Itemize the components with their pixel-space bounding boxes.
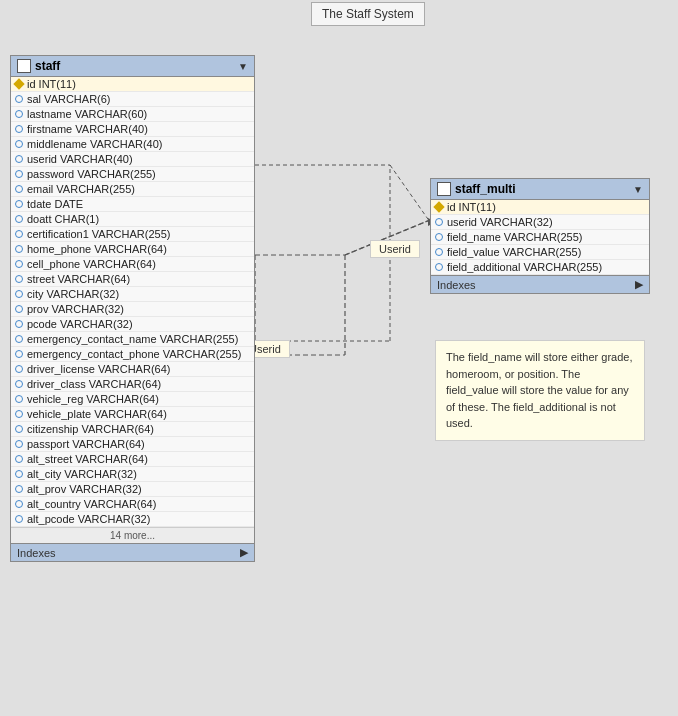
field-row: tdate DATE	[11, 197, 254, 212]
field-row: id INT(11)	[11, 77, 254, 92]
fk-icon	[15, 290, 23, 298]
fk-icon	[15, 230, 23, 238]
fk-icon	[15, 170, 23, 178]
canvas: The Staff System	[0, 0, 678, 716]
fk-icon	[15, 110, 23, 118]
fk-icon	[15, 440, 23, 448]
table-icon	[17, 59, 31, 73]
field-row: prov VARCHAR(32)	[11, 302, 254, 317]
staff-fields-container: id INT(11)sal VARCHAR(6)lastname VARCHAR…	[11, 77, 254, 527]
field-row: middlename VARCHAR(40)	[11, 137, 254, 152]
fk-icon	[15, 215, 23, 223]
fk-icon	[15, 320, 23, 328]
fk-icon	[435, 218, 443, 226]
fk-icon	[15, 515, 23, 523]
field-row: vehicle_plate VARCHAR(64)	[11, 407, 254, 422]
fk-icon	[435, 248, 443, 256]
field-name: street VARCHAR(64)	[27, 273, 130, 285]
field-row: driver_class VARCHAR(64)	[11, 377, 254, 392]
staff-multi-table-name: staff_multi	[455, 182, 516, 196]
field-name: email VARCHAR(255)	[27, 183, 135, 195]
field-name: id INT(11)	[447, 201, 496, 213]
staff-table-name: staff	[35, 59, 60, 73]
field-name: password VARCHAR(255)	[27, 168, 156, 180]
field-row: password VARCHAR(255)	[11, 167, 254, 182]
field-row: certification1 VARCHAR(255)	[11, 227, 254, 242]
fk-icon	[15, 485, 23, 493]
field-name: citizenship VARCHAR(64)	[27, 423, 154, 435]
field-name: middlename VARCHAR(40)	[27, 138, 163, 150]
fk-icon	[15, 380, 23, 388]
note-box: The field_name will store either grade, …	[435, 340, 645, 441]
field-row: citizenship VARCHAR(64)	[11, 422, 254, 437]
fk-icon	[15, 500, 23, 508]
staff-multi-table-header: staff_multi ▼	[431, 179, 649, 200]
field-name: alt_street VARCHAR(64)	[27, 453, 148, 465]
staff-footer-label: Indexes	[17, 547, 56, 559]
field-name: prov VARCHAR(32)	[27, 303, 124, 315]
fk-icon	[15, 95, 23, 103]
field-row: city VARCHAR(32)	[11, 287, 254, 302]
field-row: alt_city VARCHAR(32)	[11, 467, 254, 482]
fk-icon	[15, 260, 23, 268]
field-row: passport VARCHAR(64)	[11, 437, 254, 452]
note-text: The field_name will store either grade, …	[446, 351, 632, 429]
field-row: field_additional VARCHAR(255)	[431, 260, 649, 275]
fk-icon	[15, 140, 23, 148]
staff-footer-arrow: ▶	[240, 546, 248, 559]
field-name: driver_class VARCHAR(64)	[27, 378, 161, 390]
field-name: field_name VARCHAR(255)	[447, 231, 583, 243]
field-row: id INT(11)	[431, 200, 649, 215]
fk-icon	[15, 245, 23, 253]
fk-icon	[15, 200, 23, 208]
staff-table-header: staff ▼	[11, 56, 254, 77]
field-row: doatt CHAR(1)	[11, 212, 254, 227]
staff-footer[interactable]: Indexes ▶	[11, 543, 254, 561]
field-name: emergency_contact_name VARCHAR(255)	[27, 333, 238, 345]
field-name: vehicle_plate VARCHAR(64)	[27, 408, 167, 420]
field-name: lastname VARCHAR(60)	[27, 108, 147, 120]
field-name: alt_country VARCHAR(64)	[27, 498, 156, 510]
field-row: cell_phone VARCHAR(64)	[11, 257, 254, 272]
field-name: certification1 VARCHAR(255)	[27, 228, 170, 240]
field-name: firstname VARCHAR(40)	[27, 123, 148, 135]
field-name: home_phone VARCHAR(64)	[27, 243, 167, 255]
staff-multi-footer[interactable]: Indexes ▶	[431, 275, 649, 293]
field-name: alt_prov VARCHAR(32)	[27, 483, 142, 495]
rel-label-userid-top: Userid	[370, 240, 420, 258]
fk-icon	[435, 263, 443, 271]
field-row: vehicle_reg VARCHAR(64)	[11, 392, 254, 407]
field-row: alt_pcode VARCHAR(32)	[11, 512, 254, 527]
fk-icon	[15, 455, 23, 463]
field-name: city VARCHAR(32)	[27, 288, 119, 300]
fk-icon	[15, 335, 23, 343]
staff-multi-footer-label: Indexes	[437, 279, 476, 291]
staff-multi-dropdown-arrow[interactable]: ▼	[633, 184, 643, 195]
field-row: alt_country VARCHAR(64)	[11, 497, 254, 512]
field-name: field_value VARCHAR(255)	[447, 246, 581, 258]
field-name: tdate DATE	[27, 198, 83, 210]
title-box: The Staff System	[311, 2, 425, 26]
field-name: vehicle_reg VARCHAR(64)	[27, 393, 159, 405]
pk-icon	[433, 201, 444, 212]
fk-icon	[15, 155, 23, 163]
fk-icon	[15, 395, 23, 403]
field-name: doatt CHAR(1)	[27, 213, 99, 225]
staff-multi-fields-container: id INT(11)userid VARCHAR(32)field_name V…	[431, 200, 649, 275]
fk-icon	[15, 185, 23, 193]
field-row: firstname VARCHAR(40)	[11, 122, 254, 137]
field-row: home_phone VARCHAR(64)	[11, 242, 254, 257]
staff-dropdown-arrow[interactable]: ▼	[238, 61, 248, 72]
field-row: alt_street VARCHAR(64)	[11, 452, 254, 467]
field-name: alt_city VARCHAR(32)	[27, 468, 137, 480]
field-name: driver_license VARCHAR(64)	[27, 363, 170, 375]
staff-more-link[interactable]: 14 more...	[11, 527, 254, 543]
field-row: userid VARCHAR(40)	[11, 152, 254, 167]
field-row: field_value VARCHAR(255)	[431, 245, 649, 260]
field-name: emergency_contact_phone VARCHAR(255)	[27, 348, 241, 360]
field-name: id INT(11)	[27, 78, 76, 90]
fk-icon	[15, 410, 23, 418]
pk-icon	[13, 78, 24, 89]
field-name: passport VARCHAR(64)	[27, 438, 145, 450]
staff-multi-table: staff_multi ▼ id INT(11)userid VARCHAR(3…	[430, 178, 650, 294]
